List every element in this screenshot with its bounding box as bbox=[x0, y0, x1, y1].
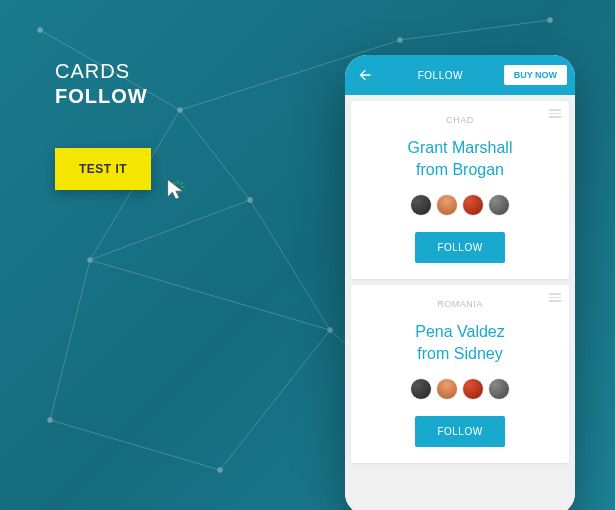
test-it-button[interactable]: TEST IT bbox=[55, 148, 151, 190]
avatar[interactable] bbox=[410, 378, 432, 400]
svg-point-20 bbox=[548, 18, 553, 23]
avatar[interactable] bbox=[488, 194, 510, 216]
svg-point-19 bbox=[398, 38, 403, 43]
svg-point-18 bbox=[218, 468, 223, 473]
avatar-group bbox=[361, 194, 559, 216]
svg-line-4 bbox=[250, 200, 330, 330]
svg-line-6 bbox=[50, 420, 220, 470]
card-country: ROMANIA bbox=[361, 299, 559, 309]
svg-point-16 bbox=[328, 328, 333, 333]
card-name-line1: Grant Marshall bbox=[361, 137, 559, 159]
svg-point-12 bbox=[38, 28, 43, 33]
card-menu-button[interactable] bbox=[549, 293, 561, 302]
avatar[interactable] bbox=[488, 378, 510, 400]
svg-line-10 bbox=[400, 20, 550, 40]
phone-header-title: FOLLOW bbox=[383, 70, 498, 81]
avatar[interactable] bbox=[436, 378, 458, 400]
avatar-group bbox=[361, 378, 559, 400]
follow-card: ROMANIA Pena Valdez from Sidney FOLLOW bbox=[351, 285, 569, 463]
avatar[interactable] bbox=[410, 194, 432, 216]
avatar[interactable] bbox=[436, 194, 458, 216]
buy-now-button[interactable]: BUY NOW bbox=[504, 65, 567, 85]
phone-header: FOLLOW BUY NOW bbox=[345, 55, 575, 95]
follow-button[interactable]: FOLLOW bbox=[415, 416, 504, 447]
cursor-icon bbox=[163, 176, 191, 204]
svg-line-7 bbox=[220, 330, 330, 470]
phone-mockup: FOLLOW BUY NOW CHAD Grant Marshall from … bbox=[345, 55, 575, 510]
card-menu-button[interactable] bbox=[549, 109, 561, 118]
card-country: CHAD bbox=[361, 115, 559, 125]
promo-title-line2: FOLLOW bbox=[55, 85, 175, 108]
svg-point-17 bbox=[48, 418, 53, 423]
svg-line-2 bbox=[90, 200, 250, 260]
svg-point-14 bbox=[88, 258, 93, 263]
back-button[interactable] bbox=[353, 63, 377, 87]
card-name-line1: Pena Valdez bbox=[361, 321, 559, 343]
avatar[interactable] bbox=[462, 378, 484, 400]
card-name-line2: from Sidney bbox=[361, 343, 559, 365]
svg-point-15 bbox=[248, 198, 253, 203]
promo-title-line1: CARDS bbox=[55, 60, 175, 83]
follow-button[interactable]: FOLLOW bbox=[415, 232, 504, 263]
svg-line-5 bbox=[50, 260, 90, 420]
phone-body: CHAD Grant Marshall from Brogan FOLLOW R… bbox=[345, 95, 575, 510]
arrow-left-icon bbox=[357, 67, 373, 83]
follow-card: CHAD Grant Marshall from Brogan FOLLOW bbox=[351, 101, 569, 279]
svg-line-8 bbox=[90, 260, 330, 330]
svg-point-13 bbox=[178, 108, 183, 113]
avatar[interactable] bbox=[462, 194, 484, 216]
card-name-line2: from Brogan bbox=[361, 159, 559, 181]
